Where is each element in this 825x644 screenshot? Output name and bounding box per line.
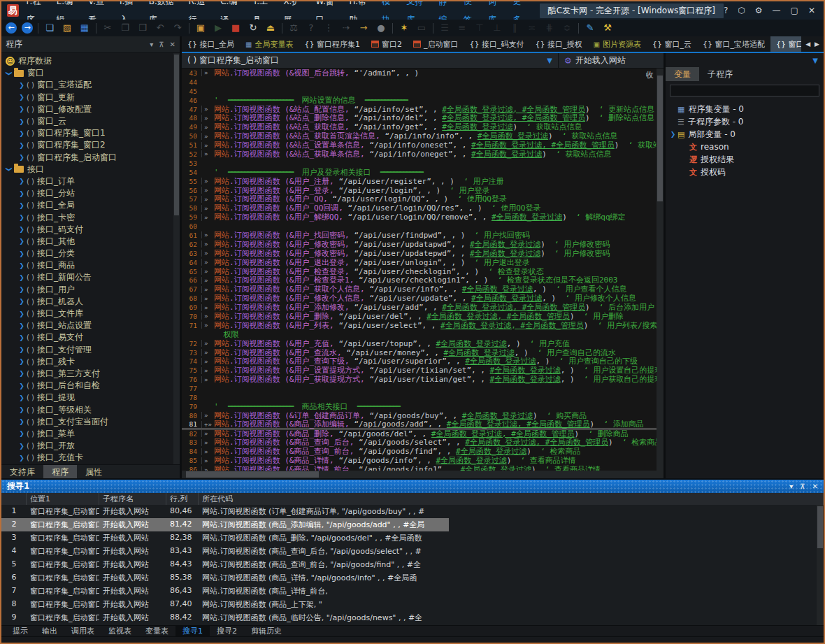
doc-tab-7[interactable]: ▣图片资源表 <box>587 36 646 52</box>
tree-item[interactable]: ❯( )接口_分类 <box>1 248 180 259</box>
tree-item[interactable]: ❯( )窗口_修改配置 <box>1 103 180 115</box>
chevron-collapsed-icon[interactable]: ❯ <box>17 274 27 281</box>
store-icon[interactable]: ⬡ <box>738 6 745 15</box>
maximize-icon[interactable]: ▢ <box>791 6 798 15</box>
code-line-44[interactable]: 44 <box>182 78 657 87</box>
toolbar-forward-button[interactable]: → <box>22 22 33 34</box>
tree-item[interactable]: ❯( )窗口_宝塔适配 <box>1 79 180 91</box>
tree-item[interactable]: ❯( )接口_全局 <box>1 199 180 211</box>
chevron-collapsed-icon[interactable]: ❯ <box>17 142 27 149</box>
breadcrumb-class-selector[interactable]: ( ) 窗口程序集_启动窗口 ▼ <box>182 53 559 68</box>
output-tab-搜寻1[interactable]: 搜寻1 <box>175 626 210 636</box>
tree-item[interactable]: ❯( )接口_后台和自检 <box>1 380 180 392</box>
tree-item[interactable]: ❯( )接口_第三方支付 <box>1 368 180 380</box>
code-line-77[interactable]: 77 <box>182 384 657 393</box>
doc-tab-2[interactable]: {} 窗口程序集1 <box>299 36 366 52</box>
tree-item[interactable]: ❯( )窗口_更新 <box>1 92 180 103</box>
toolbar-save-button[interactable]: ▦ <box>78 22 91 34</box>
doc-tab-4[interactable]: _启动窗口 <box>408 36 464 52</box>
chevron-collapsed-icon[interactable]: ❯ <box>17 286 27 293</box>
toolbar-component-tools-button[interactable]: ⚒ <box>601 22 614 34</box>
chevron-collapsed-icon[interactable]: ❯ <box>17 358 27 365</box>
dropdown-icon[interactable]: ▾ <box>789 482 793 490</box>
column-header-0[interactable] <box>1 493 27 505</box>
chevron-collapsed-icon[interactable]: ❯ <box>17 430 27 437</box>
result-row-3[interactable]: 3窗口程序集_启动窗口开始载入网站82,38网站.订阅视图函数 (商品_删除, … <box>1 531 449 545</box>
code-line-45[interactable]: 45 <box>182 87 657 96</box>
variables-tree-child[interactable]: 文授权码 <box>666 166 824 178</box>
output-tab-搜寻2[interactable]: 搜寻2 <box>210 626 244 636</box>
variables-tree-child[interactable]: 逻授权结果 <box>666 153 824 166</box>
code-line-78[interactable]: 78 <box>182 393 657 402</box>
variables-tree-child[interactable]: 文reason <box>666 141 824 153</box>
chevron-collapsed-icon[interactable]: ❯ <box>17 178 27 185</box>
chevron-collapsed-icon[interactable]: ❯ <box>17 322 27 329</box>
code-line-59[interactable]: 59»网站.订阅视图函数 (&用户_解绑QQ, “/api/user/login… <box>182 213 657 222</box>
chevron-collapsed-icon[interactable]: ❯ <box>17 202 27 209</box>
code-line-53[interactable]: 53 <box>182 159 657 168</box>
tree-folder-item[interactable]: ❯窗口 <box>1 67 180 79</box>
toolbar-restart-button[interactable]: ↻ <box>247 22 259 34</box>
variables-tree-item[interactable]: ❯▤局部变量 - 0 <box>666 128 824 141</box>
tree-item[interactable]: ❯( )接口_文件库 <box>1 308 180 320</box>
chevron-expanded-icon[interactable]: ❯ <box>6 69 13 78</box>
chevron-collapsed-icon[interactable]: ❯ <box>17 382 27 389</box>
editor-horizontal-scrollbar[interactable] <box>182 471 663 478</box>
tree-item[interactable]: ❯( )接口_提现 <box>1 392 180 403</box>
result-row-8[interactable]: 8窗口程序集_启动窗口开始载入网站87,40网站.订阅视图函数 (商品_上下架,… <box>1 598 449 611</box>
chevron-collapsed-icon[interactable]: ❯ <box>17 94 27 101</box>
close-icon[interactable]: ✕ <box>808 6 815 15</box>
result-row-7[interactable]: 7窗口程序集_启动窗口开始载入网站86,43网站.订阅视图函数 (商品_详情_前… <box>1 585 449 598</box>
column-header-1[interactable]: 位置1 <box>27 493 99 505</box>
chevron-expanded-icon[interactable]: ❯ <box>6 164 13 174</box>
result-row-6[interactable]: 6窗口程序集_启动窗口开始载入网站85,38网站.订阅视图函数 (商品_详情, … <box>1 571 449 585</box>
tree-folder-item[interactable]: ❯接口 <box>1 164 180 176</box>
tree-item[interactable]: ❯( )接口_易支付 <box>1 331 180 343</box>
doc-tab-9[interactable]: {} 窗口_宝塔适配 <box>697 36 770 52</box>
tree-root-item[interactable]: ☺程序数据 <box>1 55 180 67</box>
tree-item[interactable]: ❯( )接口_新闻公告 <box>1 271 180 283</box>
toolbar-compile-button[interactable]: ⏏ <box>264 22 277 34</box>
output-tab-监视表[interactable]: 监视表 <box>101 626 138 636</box>
chevron-collapsed-icon[interactable]: ❯ <box>17 394 27 401</box>
result-row-9[interactable]: 9窗口程序集_启动窗口开始载入网站88,42网站.订阅视图函数 (商品_临时公告… <box>1 611 449 624</box>
chevron-collapsed-icon[interactable]: ❯ <box>17 82 27 89</box>
variables-tree-item[interactable]: ☰子程序参数 - 0 <box>666 115 824 128</box>
chevron-collapsed-icon[interactable]: ❯ <box>17 443 27 450</box>
tree-item[interactable]: ❯( )窗口程序集_窗口2 <box>1 139 180 151</box>
variables-tree-item[interactable]: ▦程序集变量 - 0 <box>666 103 824 115</box>
sidebar-tab-属性[interactable]: 属性 <box>77 465 110 478</box>
settings-icon[interactable]: ⚙ <box>755 6 763 15</box>
minimize-icon[interactable]: — <box>773 6 781 15</box>
doc-tab-5[interactable]: {} 接口_码支付 <box>464 36 529 52</box>
sidebar-scrollbar[interactable] <box>173 53 180 464</box>
tree-item[interactable]: ❯( )窗口程序集_窗口1 <box>1 127 180 139</box>
tree-item[interactable]: ❯( )接口_残卡 <box>1 356 180 368</box>
result-row-1[interactable]: 1窗口程序集_启动窗口开始载入网站80,46网站.订阅视图函数 (订单_创建商品… <box>1 505 449 518</box>
chevron-collapsed-icon[interactable]: ❯ <box>17 262 27 269</box>
pin-icon[interactable]: ⊼ <box>800 482 805 490</box>
chevron-collapsed-icon[interactable]: ❯ <box>17 154 27 161</box>
results-scrollbar[interactable] <box>817 505 824 625</box>
toolbar-back-button[interactable]: ← <box>6 22 17 34</box>
tree-item[interactable]: ❯( )窗口_云 <box>1 115 180 127</box>
chevron-collapsed-icon[interactable]: ❯ <box>17 190 27 197</box>
help-icon[interactable]: ? <box>724 6 728 15</box>
tree-item[interactable]: ❯( )窗口程序集_启动窗口 <box>1 152 180 164</box>
panel-tab-变量[interactable]: 变量 <box>666 67 699 81</box>
code-line-86[interactable]: 86»网站.订阅视图函数 (&商品_详情_前台, “/api/goods/inf… <box>182 465 657 471</box>
chevron-collapsed-icon[interactable]: ❯ <box>17 346 27 353</box>
sidebar-tab-支持库[interactable]: 支持库 <box>1 465 43 478</box>
variable-filter-input[interactable] <box>670 85 819 96</box>
chevron-collapsed-icon[interactable]: ❯ <box>17 106 27 113</box>
tree-item[interactable]: ❯( )接口_菜单 <box>1 428 180 440</box>
output-tab-调用表[interactable]: 调用表 <box>64 626 101 636</box>
chevron-collapsed-icon[interactable]: ❯ <box>17 238 27 245</box>
doc-tab-0[interactable]: {} 接口_全局 <box>182 36 240 52</box>
scroll-left-icon[interactable]: ◀ <box>805 41 810 48</box>
tree-item[interactable]: ❯( )接口_其他 <box>1 236 180 248</box>
result-row-4[interactable]: 4窗口程序集_启动窗口开始载入网站83,43网站.订阅视图函数 (商品_查询_后… <box>1 545 449 558</box>
doc-tab-8[interactable]: {} 窗口_云 <box>647 36 697 52</box>
result-row-5[interactable]: 5窗口程序集_启动窗口开始载入网站84,43网站.订阅视图函数 (商品_查询_前… <box>1 558 449 571</box>
doc-tab-3[interactable]: 窗口2 <box>366 36 408 52</box>
